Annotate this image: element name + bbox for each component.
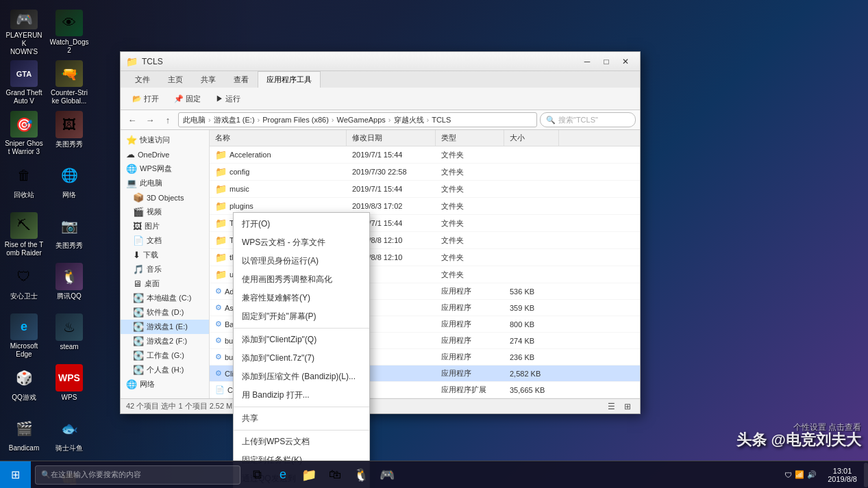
sidebar-cdrive[interactable]: 💽 本地磁盘 (C:) [121,291,209,305]
col-header-type[interactable]: 类型 [436,130,504,146]
sidebar-picture[interactable]: 🖼 图片 [121,219,209,233]
ctx-zip1[interactable]: 添加到"ClientZip"(Q) [234,331,369,349]
ctx-sep-1 [234,328,369,329]
forward-button[interactable]: → [142,112,158,127]
tray-antivirus[interactable]: 🛡 [784,471,792,479]
tab-file[interactable]: 文件 [126,71,159,88]
pin-btn[interactable]: 📌 固定 [168,91,207,107]
minimize-button[interactable]: ─ [578,55,596,68]
sidebar-hdrive[interactable]: 💽 个人盘 (H:) [121,363,209,377]
desktop-icon-gta[interactable]: GTA Grand TheftAuto V [3,57,45,105]
recycle-icon: 🗑 [10,162,38,189]
taskbar-game[interactable]: 🎮 [375,463,399,487]
hdrive-icon: 💽 [133,365,144,375]
taskbar-explorer[interactable]: 📁 [297,463,321,487]
edge-icon: e [10,313,38,340]
taskbar-taskview[interactable]: ⧉ [245,463,269,487]
back-button[interactable]: ← [125,112,140,127]
edrive-label: 游戏盘1 (E:) [147,322,188,332]
ctx-share[interactable]: 共享 [234,409,369,428]
ctx-open[interactable]: 打开(O) [234,215,369,233]
ctx-compat[interactable]: 兼容性疑难解答(Y) [234,289,369,307]
desktop-icon-sgw[interactable]: 🎯 Sniper Ghost Warrior 3 [3,108,45,156]
ctx-paint[interactable]: 使用画图秀秀调整和高化 [234,270,369,289]
sidebar-music[interactable]: 🎵 音乐 [121,262,209,277]
taskbar-edge[interactable]: e [271,463,295,487]
open-btn[interactable]: 📂 打开 [126,91,165,107]
sidebar-download[interactable]: ⬇ 下载 [121,248,209,262]
maximize-button[interactable]: □ [597,55,615,68]
taskbar-clock[interactable]: 13:01 2019/8/8 [822,467,863,483]
ddrive-icon: 💽 [133,307,144,318]
file-row[interactable]: 📁music 2019/7/1 15:44 文件夹 [210,181,640,198]
up-button[interactable]: ↑ [160,112,175,127]
desktop-icon-tomb[interactable]: ⛏ Rise of the Tomb Raider [3,209,45,257]
file-row[interactable]: 📁config 2019/7/30 22:58 文件夹 [210,164,640,181]
desktop-icon-bandicam[interactable]: 🎬 Bandicam [3,412,45,460]
ctx-bandizip[interactable]: 用 Bandizip 打开... [234,386,369,404]
desktop-icon-pubg[interactable]: 🎮 PLAYERUNKNOWN'S B... [3,7,45,55]
col-header-name[interactable]: 名称 [210,130,347,146]
qq-icon: 🐧 [55,263,83,290]
ctx-zip2[interactable]: 添加到"Client.7z"(7) [234,349,369,368]
ctx-run-admin[interactable]: 以管理员身份运行(A) [234,252,369,270]
desktop-icon-meiritu2[interactable]: 📷 美图秀秀 [49,209,90,257]
desktop-icon-csgo[interactable]: 🔫 Counter-Strike Global... [49,57,90,105]
desktop-icon-qishi[interactable]: 🐟 骑士斗鱼 [49,412,90,460]
desktop-icon-qq[interactable]: 🐧 腾讯QQ [49,260,90,308]
sidebar-3dobjects[interactable]: 📦 3D Objects [121,190,209,205]
path-pc: 此电脑 [183,115,206,125]
sidebar-desktop[interactable]: 🖥 桌面 [121,277,209,291]
exe-icon: ⚙ [215,303,222,312]
sidebar-edrive[interactable]: 💽 游戏盘1 (E:) [121,320,209,334]
desktop-icon-watchdogs[interactable]: 👁 Watch_Dogs2 [49,7,90,55]
address-path[interactable]: 此电脑 › 游戏盘1 (E:) › Program Files (x86) › … [178,112,537,127]
sidebar-video[interactable]: 🎬 视频 [121,205,209,219]
tab-home[interactable]: 主页 [159,71,192,88]
show-desktop-btn[interactable] [864,463,868,487]
sidebar-onedrive[interactable]: ☁ OneDrive [121,147,209,162]
sidebar-wpsdisk[interactable]: 🌐 WPS网盘 [121,162,209,176]
desktop-icon-meiritu[interactable]: 🖼 美图秀秀 [49,108,90,156]
tab-view[interactable]: 查看 [225,71,258,88]
ctx-wps-share[interactable]: WPS云文档 - 分享文件 [234,233,369,252]
sidebar-quick-access[interactable]: ⭐ 快速访问 [121,133,209,147]
taskbar-qq[interactable]: 🐧 [349,463,373,487]
desktop-icon-recycle[interactable]: 🗑 回收站 [3,159,45,207]
sidebar-doc[interactable]: 📄 文档 [121,233,209,248]
tab-tools[interactable]: 应用程序工具 [258,71,321,88]
exe-icon: ⚙ [215,336,222,345]
col-header-size[interactable]: 大小 [504,130,559,146]
desktop-icon-wps[interactable]: WPS WPS [49,361,90,409]
ctx-upload-wps[interactable]: 上传到WPS云文档 [234,433,369,451]
taskbar-search[interactable]: 🔍 在这里输入你要搜索的内容 [35,465,240,485]
path-tcls: TCLS [432,116,451,124]
sidebar-fdrive[interactable]: 💽 游戏盘2 (F:) [121,334,209,348]
col-header-date[interactable]: 修改日期 [347,130,436,146]
ctx-pin-start[interactable]: 固定到"开始"屏幕(P) [234,307,369,326]
run-btn[interactable]: ▶ 运行 [210,91,247,107]
desktop-icon-network[interactable]: 🌐 网络 [49,159,90,207]
start-button[interactable]: ⊞ [0,461,31,489]
desktop-icon-anxin[interactable]: 🛡 安心卫士 [3,260,45,308]
desktop-icon-edge[interactable]: e Microsoft Edge [3,311,45,359]
sidebar-thispc[interactable]: 💻 此电脑 [121,176,209,190]
meiritu-label: 美图秀秀 [55,140,83,149]
desktop-icon-qqgame[interactable]: 🎲 QQ游戏 [3,361,45,409]
tray-network-icon[interactable]: 📶 [795,470,804,479]
sidebar-gdrive[interactable]: 💽 工作盘 (G:) [121,348,209,363]
sidebar-ddrive[interactable]: 💽 软件盘 (D:) [121,305,209,320]
file-row[interactable]: 📁Acceleration 2019/7/1 15:44 文件夹 [210,146,640,164]
desktop-sidebar-label: 桌面 [145,279,160,289]
tray-volume-icon[interactable]: 🔊 [807,470,817,479]
ctx-zip3[interactable]: 添加到压缩文件 (Bandizip)(L)... [234,368,369,386]
qqgame-icon: 🎲 [10,364,38,391]
close-button[interactable]: ✕ [617,55,634,68]
sidebar-network-item[interactable]: 🌐 网络 [121,377,209,391]
desktop-icon-steam[interactable]: ♨ steam [49,311,90,359]
tab-share[interactable]: 共享 [192,71,225,88]
view-details-btn[interactable]: ☰ [604,400,618,413]
search-bar[interactable]: 🔍 搜索"TCLS" [540,112,636,127]
taskbar-store[interactable]: 🛍 [323,463,347,487]
view-grid-btn[interactable]: ⊞ [621,400,634,413]
